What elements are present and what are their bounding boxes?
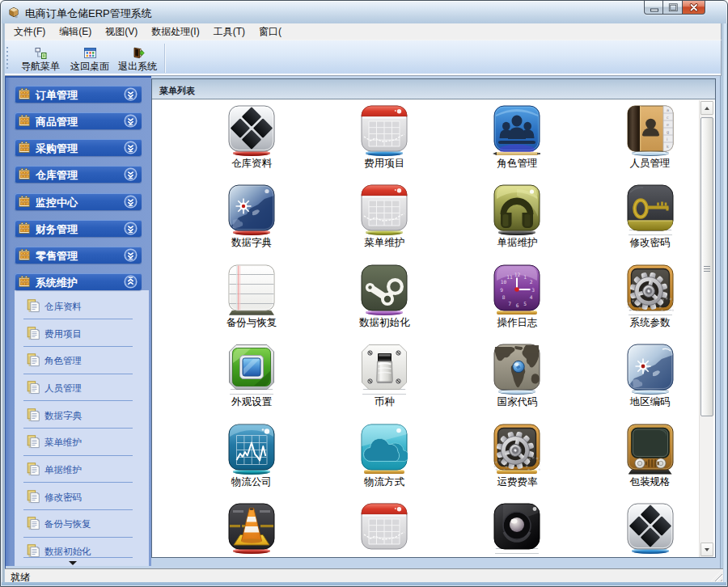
clouds-icon[interactable] xyxy=(361,424,408,471)
clock-icon[interactable] xyxy=(493,264,540,311)
grid-building-icon xyxy=(19,141,30,153)
close-button[interactable] xyxy=(683,1,705,15)
up-arrow-icon xyxy=(705,107,709,110)
sidebar-section-4[interactable]: 监控中心 xyxy=(15,193,142,210)
scrollbar-grip-icon xyxy=(704,266,710,272)
title-bar[interactable]: 电商订单仓储ERP管理系统 xyxy=(1,1,727,23)
menu-list-panel: 菜单列表 仓库资料费用项目角色管理人员管理数据字典菜单维护单据维护修改密码备份与… xyxy=(151,78,716,558)
sidebar-item-3[interactable]: 人员管理 xyxy=(15,379,149,402)
list-separator xyxy=(23,455,133,456)
chevron-up-icon[interactable] xyxy=(124,275,138,289)
exit-system-icon xyxy=(131,46,145,60)
sidebar-item-9[interactable]: 数据初始化 xyxy=(15,543,149,565)
window-frame-right xyxy=(722,23,728,582)
switch-icon[interactable] xyxy=(361,344,408,391)
sidebar-item-1[interactable]: 费用项目 xyxy=(15,325,149,348)
panel-header: 菜单列表 xyxy=(152,79,715,99)
resize-grip[interactable] xyxy=(711,570,722,581)
app-box-icon xyxy=(7,6,21,19)
menu-item-3[interactable]: 数据处理(I) xyxy=(151,25,199,39)
nested-icon[interactable] xyxy=(228,344,275,391)
headphones-icon[interactable] xyxy=(493,184,540,231)
calendar-icon[interactable] xyxy=(361,105,408,152)
minimize-button[interactable] xyxy=(644,1,663,15)
chevron-down-icon[interactable] xyxy=(124,167,138,181)
steam-icon[interactable] xyxy=(361,264,408,311)
list-separator xyxy=(23,557,133,558)
sidebar-item-7[interactable]: 修改密码 xyxy=(15,488,149,511)
sidebar-section-3[interactable]: 仓库管理 xyxy=(15,166,142,183)
list-separator xyxy=(23,537,133,538)
document-copy-icon xyxy=(27,544,40,558)
toolbar-button-2[interactable]: 退出系统 xyxy=(114,44,161,74)
vertical-scrollbar[interactable] xyxy=(699,100,713,557)
sidebar-expanded-list: 仓库资料费用项目角色管理人员管理数据字典菜单维护单据维护修改密码备份与恢复数据初… xyxy=(15,290,149,566)
toolbar-button-0[interactable]: 导航菜单 xyxy=(17,44,64,74)
sidebar-section-5[interactable]: 财务管理 xyxy=(15,220,142,237)
status-text: 就绪 xyxy=(11,571,30,585)
maplight-icon[interactable] xyxy=(627,344,674,391)
sidebar-section-1[interactable]: 商品管理 xyxy=(15,112,142,129)
list-separator xyxy=(23,319,133,319)
calendar-icon[interactable] xyxy=(361,503,408,550)
sidebar-section-6[interactable]: 零售管理 xyxy=(15,247,142,264)
sidebar-item-2[interactable]: 角色管理 xyxy=(15,352,149,374)
chevron-down-icon[interactable] xyxy=(124,195,138,209)
calendar-icon[interactable] xyxy=(361,184,408,231)
list-separator xyxy=(23,400,133,401)
panel-body: 仓库资料费用项目角色管理人员管理数据字典菜单维护单据维护修改密码备份与恢复数据初… xyxy=(152,100,715,557)
diamonds-icon[interactable] xyxy=(228,105,275,152)
chevron-down-icon[interactable] xyxy=(124,87,138,101)
sidebar-section-7[interactable]: 系统维护 xyxy=(15,273,142,290)
menu-item-1[interactable]: 编辑(E) xyxy=(59,25,91,39)
mapdark-icon[interactable] xyxy=(228,184,275,231)
sidebar-item-0[interactable]: 仓库资料 xyxy=(15,298,149,320)
chevron-down-icon[interactable] xyxy=(124,141,138,154)
sidebar-item-4[interactable]: 数据字典 xyxy=(15,407,149,429)
chevron-down-icon[interactable] xyxy=(124,222,138,235)
document-copy-icon xyxy=(27,462,40,476)
key-icon[interactable] xyxy=(627,184,674,231)
gears-icon[interactable] xyxy=(493,424,540,471)
toolbar-grip[interactable] xyxy=(6,47,9,71)
list-separator xyxy=(23,346,133,347)
scrollbar-thumb[interactable] xyxy=(700,117,713,416)
users-icon[interactable] xyxy=(493,105,540,152)
document-copy-icon xyxy=(27,517,40,530)
sidebar-item-6[interactable]: 单据维护 xyxy=(15,461,149,484)
menu-item-0[interactable]: 文件(F) xyxy=(14,25,45,39)
sidebar-item-5[interactable]: 菜单维护 xyxy=(15,433,149,456)
tv-icon[interactable] xyxy=(627,424,674,471)
maximize-button[interactable] xyxy=(663,1,683,15)
document-copy-icon xyxy=(27,299,40,313)
sidebar-scroll-down-icon[interactable] xyxy=(69,561,77,565)
sidebar-section-0[interactable]: 订单管理 xyxy=(15,86,142,103)
gears-icon[interactable] xyxy=(627,264,674,311)
notepad-icon[interactable] xyxy=(228,264,275,311)
document-copy-icon xyxy=(27,353,40,367)
chart-icon[interactable] xyxy=(228,424,275,471)
menu-item-5[interactable]: 窗口( xyxy=(259,25,281,39)
vlccone-icon[interactable] xyxy=(228,503,275,550)
list-separator xyxy=(23,509,133,510)
menu-item-4[interactable]: 工具(T) xyxy=(214,25,245,39)
menu-item-2[interactable]: 视图(V) xyxy=(105,25,138,39)
chevron-down-icon[interactable] xyxy=(124,114,138,128)
toolbar-button-1[interactable]: 这回桌面 xyxy=(66,44,113,74)
document-copy-icon xyxy=(27,435,40,449)
scrollbar-up-button[interactable] xyxy=(700,101,713,115)
chevron-down-icon[interactable] xyxy=(124,248,138,262)
book-icon[interactable] xyxy=(627,105,674,152)
sidebar: 仓库资料费用项目角色管理人员管理数据字典菜单维护单据维护修改密码备份与恢复数据初… xyxy=(6,76,151,566)
app-window: 电商订单仓储ERP管理系统 文件(F)编辑(E)视图(V)数据处理(I)工具(T… xyxy=(0,0,728,587)
scrollbar-down-button[interactable] xyxy=(700,543,713,556)
sidebar-section-2[interactable]: 采购管理 xyxy=(15,139,142,156)
lens-icon[interactable] xyxy=(493,503,540,550)
diamonds-icon[interactable] xyxy=(627,503,674,550)
worldmap-icon[interactable] xyxy=(493,344,540,391)
sidebar-item-8[interactable]: 备份与恢复 xyxy=(15,515,149,538)
grid-building-icon xyxy=(19,222,30,234)
grid-building-icon xyxy=(19,115,30,126)
main-area: 仓库资料费用项目角色管理人员管理数据字典菜单维护单据维护修改密码备份与恢复数据初… xyxy=(5,76,721,568)
grid-building-icon xyxy=(19,196,30,207)
